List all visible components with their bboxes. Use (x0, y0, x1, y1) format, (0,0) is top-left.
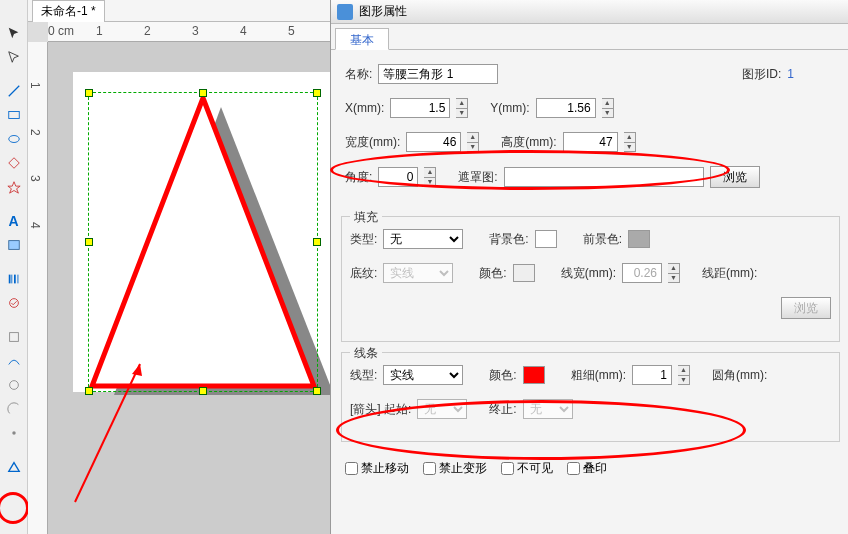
svg-point-12 (9, 381, 18, 390)
direct-select-tool[interactable] (3, 46, 25, 68)
bgcolor-label: 背景色: (489, 231, 528, 248)
svg-marker-3 (8, 158, 19, 169)
arrow-end-label: 终止: (489, 401, 516, 418)
canvas[interactable] (48, 42, 330, 534)
fgcolor-swatch[interactable] (628, 230, 650, 248)
fill-type-label: 类型: (350, 231, 377, 248)
fill-linegap-label: 线距(mm): (702, 265, 757, 282)
svg-rect-9 (17, 275, 18, 284)
shape-tool-2[interactable] (3, 374, 25, 396)
svg-marker-14 (8, 463, 19, 472)
arc-tool[interactable] (3, 398, 25, 420)
pointer-tool[interactable] (3, 22, 25, 44)
y-spinner[interactable]: ▲▼ (602, 98, 614, 118)
line-tool[interactable] (3, 80, 25, 102)
x-input[interactable] (390, 98, 450, 118)
svg-point-13 (12, 431, 16, 435)
stroke-group: 线条 线型: 实线 颜色: 粗细(mm): ▲▼ 圆角(mm): [箭头] 起始… (341, 352, 840, 442)
mask-browse-button[interactable]: 浏览 (710, 166, 760, 188)
document-tab[interactable]: 未命名-1 * (32, 0, 105, 22)
image-tool[interactable] (3, 234, 25, 256)
horizontal-ruler: 0 cm 1 2 3 4 5 (48, 22, 330, 42)
svg-line-0 (8, 86, 19, 97)
shapeid-value: 1 (787, 67, 794, 81)
document-tabs: 未命名-1 * (28, 0, 330, 22)
fill-type-select[interactable]: 无 (383, 229, 463, 249)
handle-top-right[interactable] (313, 89, 321, 97)
misc-tool[interactable] (3, 422, 25, 444)
special-tool-1[interactable] (3, 292, 25, 314)
y-input[interactable] (536, 98, 596, 118)
curve-tool[interactable] (3, 350, 25, 372)
bgcolor-swatch[interactable] (535, 230, 557, 248)
mask-label: 遮罩图: (458, 169, 497, 186)
stroke-weight-label: 粗细(mm): (571, 367, 626, 384)
arrow-end-select: 无 (523, 399, 573, 419)
angle-label: 角度: (345, 169, 372, 186)
stroke-weight-input[interactable] (632, 365, 672, 385)
panel-icon (337, 4, 353, 20)
fill-color-label: 颜色: (479, 265, 506, 282)
name-input[interactable] (378, 64, 498, 84)
stroke-group-title: 线条 (350, 345, 382, 362)
stroke-type-label: 线型: (350, 367, 377, 384)
handle-bottom-left[interactable] (85, 387, 93, 395)
corner-label: 圆角(mm): (712, 367, 767, 384)
height-label: 高度(mm): (501, 134, 556, 151)
shapeid-label: 图形ID: (742, 66, 781, 83)
arrow-start-select: 无 (417, 399, 467, 419)
svg-rect-8 (14, 275, 16, 284)
tab-basic[interactable]: 基本 (335, 28, 389, 50)
star-tool[interactable] (3, 176, 25, 198)
stroke-type-select[interactable]: 实线 (383, 365, 463, 385)
handle-top-left[interactable] (85, 89, 93, 97)
highlight-circle-tool (0, 492, 29, 524)
height-spinner[interactable]: ▲▼ (624, 132, 636, 152)
handle-bottom-right[interactable] (313, 387, 321, 395)
shape-tool-1[interactable] (3, 326, 25, 348)
properties-form: 名称: 图形ID: 1 X(mm): ▲▼ Y(mm): ▲▼ 宽度(mm): … (331, 50, 848, 210)
vertical-ruler: 1234 (28, 42, 48, 534)
overprint-check[interactable]: 叠印 (567, 460, 607, 477)
checkbox-row: 禁止移动 禁止变形 不可见 叠印 (331, 452, 848, 485)
invisible-check[interactable]: 不可见 (501, 460, 553, 477)
canvas-area: 未命名-1 * 0 cm 1 2 3 4 5 1234 (28, 0, 330, 534)
no-transform-check[interactable]: 禁止变形 (423, 460, 487, 477)
arrow-start-label: [箭头] 起始: (350, 401, 411, 418)
y-label: Y(mm): (490, 101, 529, 115)
height-input[interactable] (563, 132, 618, 152)
fill-linewidth-label: 线宽(mm): (561, 265, 616, 282)
text-tool[interactable]: A (3, 210, 25, 232)
stroke-weight-spinner[interactable]: ▲▼ (678, 365, 690, 385)
fill-group-title: 填充 (350, 209, 382, 226)
polygon-tool[interactable] (3, 152, 25, 174)
angle-input[interactable] (378, 167, 418, 187)
handle-mid-right[interactable] (313, 238, 321, 246)
handle-mid-left[interactable] (85, 238, 93, 246)
barcode-tool[interactable] (3, 268, 25, 290)
no-move-check[interactable]: 禁止移动 (345, 460, 409, 477)
fill-browse-button: 浏览 (781, 297, 831, 319)
svg-rect-6 (8, 275, 10, 284)
pattern-select: 实线 (383, 263, 453, 283)
mask-input[interactable] (504, 167, 704, 187)
fill-linewidth-input (622, 263, 662, 283)
ellipse-tool[interactable] (3, 128, 25, 150)
handle-top-center[interactable] (199, 89, 207, 97)
fill-color-swatch[interactable] (513, 264, 535, 282)
svg-rect-7 (11, 275, 12, 284)
properties-panel: 图形属性 基本 名称: 图形ID: 1 X(mm): ▲▼ Y(mm): ▲▼ … (330, 0, 848, 534)
pattern-label: 底纹: (350, 265, 377, 282)
x-spinner[interactable]: ▲▼ (456, 98, 468, 118)
rect-tool[interactable] (3, 104, 25, 126)
triangle-tool[interactable] (3, 456, 25, 478)
width-spinner[interactable]: ▲▼ (467, 132, 479, 152)
angle-spinner[interactable]: ▲▼ (424, 167, 436, 187)
handle-bottom-center[interactable] (199, 387, 207, 395)
x-label: X(mm): (345, 101, 384, 115)
fill-group: 填充 类型: 无 背景色: 前景色: 底纹: 实线 颜色: 线宽(mm): ▲▼… (341, 216, 840, 342)
width-input[interactable] (406, 132, 461, 152)
svg-point-10 (9, 299, 18, 308)
stroke-color-swatch[interactable] (523, 366, 545, 384)
panel-titlebar: 图形属性 (331, 0, 848, 24)
